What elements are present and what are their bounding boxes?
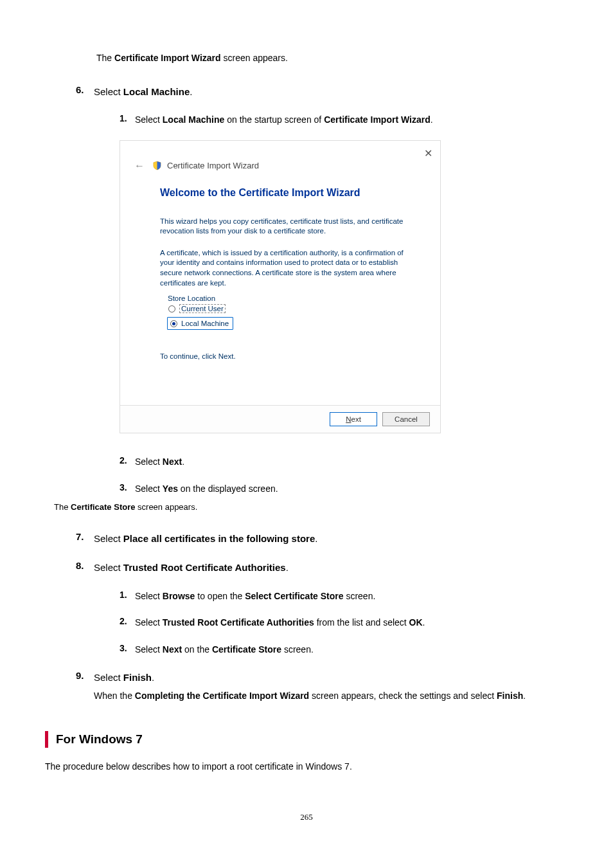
section-bar-icon xyxy=(45,731,48,748)
step8-num: 8. xyxy=(76,560,94,575)
radio-current-user[interactable] xyxy=(168,305,175,312)
back-arrow-icon[interactable]: ← xyxy=(132,160,147,172)
wizard-continue: To continue, click Next. xyxy=(160,352,408,360)
step6-1-num: 1. xyxy=(120,113,135,127)
step7-num: 7. xyxy=(76,531,94,546)
intro-bold: Certificate Import Wizard xyxy=(114,53,221,63)
step6-num: 6. xyxy=(76,84,94,99)
intro-suffix: screen appears. xyxy=(221,53,288,63)
next-button[interactable]: Next xyxy=(330,412,377,426)
page-number: 265 xyxy=(39,812,574,822)
cancel-button[interactable]: Cancel xyxy=(382,412,430,426)
step6-2-num: 2. xyxy=(120,455,135,469)
closing-paragraph: The procedure below describes how to imp… xyxy=(45,759,568,773)
wizard-para2: A certificate, which is issued by a cert… xyxy=(160,248,408,288)
wizard-title: Welcome to the Certificate Import Wizard xyxy=(160,187,408,199)
close-icon[interactable]: ✕ xyxy=(424,147,432,159)
store-location-legend: Store Location xyxy=(166,294,217,302)
section-title: For Windows 7 xyxy=(56,732,143,746)
radio-local-machine-label: Local Machine xyxy=(181,320,229,327)
step6-suffix: . xyxy=(190,86,192,97)
step6-bold: Local Machine xyxy=(123,86,190,97)
wizard-header-title: Certificate Import Wizard xyxy=(167,161,259,170)
intro-prefix: The xyxy=(96,53,114,63)
step9-num: 9. xyxy=(76,670,94,685)
section-for-windows-7: For Windows 7 xyxy=(45,731,574,748)
wizard-dialog: ✕ ← Certificate Import Wizard Welcome to… xyxy=(120,140,441,433)
store-location-group: Store Location Current User Local Machin… xyxy=(160,300,408,341)
step6-prefix: Select xyxy=(94,86,123,97)
radio-local-machine[interactable] xyxy=(170,320,177,327)
radio-current-user-label: Current User xyxy=(179,304,226,313)
wizard-para1: This wizard helps you copy certificates,… xyxy=(160,217,408,237)
step6-3-num: 3. xyxy=(120,482,135,496)
shield-icon xyxy=(152,161,162,170)
intro-note: The Certificate Import Wizard screen app… xyxy=(96,51,574,65)
